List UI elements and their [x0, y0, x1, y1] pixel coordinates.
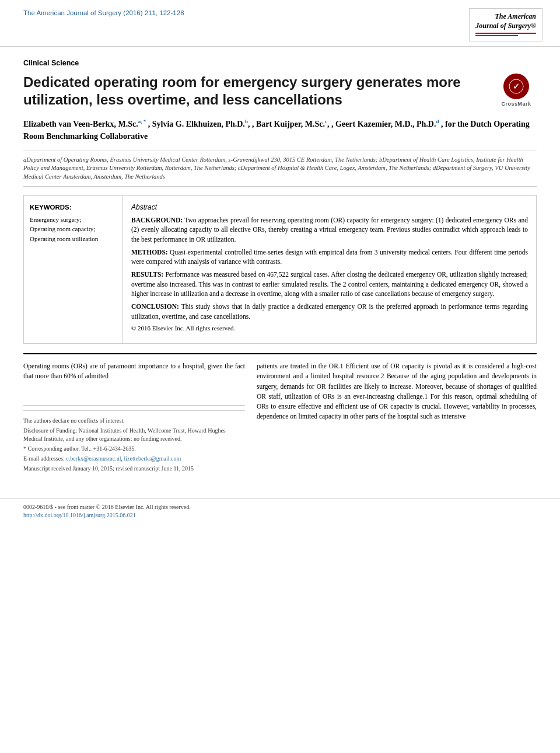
background-text: Two approaches prevail for reserving ope… [131, 217, 528, 243]
abstract-title: Abstract [131, 203, 528, 212]
keywords-abstract-container: KEYWORDS: Emergency surgery; Operating r… [23, 195, 537, 344]
footnotes-area: The authors declare no conflicts of inte… [23, 405, 245, 473]
body-left-paragraph: Operating rooms (ORs) are of paramount i… [23, 361, 245, 382]
crossmark-icon: ✓ [509, 79, 524, 94]
results-label: RESULTS: [131, 271, 163, 278]
methods-label: METHODS: [131, 249, 168, 256]
abstract-column: Abstract BACKGROUND: Two approaches prev… [123, 196, 536, 343]
author-2-name: , Sylvia G. Elkhuizen, Ph.D. [148, 120, 245, 128]
journal-citation-link[interactable]: The American Journal of Surgery (2016) 2… [23, 8, 184, 18]
journal-logo-title: The American Journal of Surgery® [475, 12, 536, 30]
background-label: BACKGROUND: [131, 217, 183, 224]
authors-block: Elizabeth van Veen-Berkx, M.Sc.a, * , Sy… [23, 118, 537, 142]
author-separator-2: , [327, 120, 331, 128]
keywords-column: KEYWORDS: Emergency surgery; Operating r… [24, 196, 123, 343]
page-header: The American Journal of Surgery (2016) 2… [0, 0, 560, 47]
conclusion-label: CONCLUSION: [131, 303, 179, 310]
footnote-manuscript: Manuscript received January 10, 2015; re… [23, 465, 245, 473]
author-4-name: , Geert Kazemier, M.D., Ph.D. [331, 120, 436, 128]
keywords-title: KEYWORDS: [30, 203, 117, 212]
abstract-methods: METHODS: Quasi-experimental controlled t… [131, 247, 528, 267]
abstract-background: BACKGROUND: Two approaches prevail for r… [131, 215, 528, 245]
footnote-funding: Disclosure of Funding: National Institut… [23, 427, 245, 443]
article-title: Dedicated operating room for emergency s… [23, 74, 537, 109]
body-content: Operating rooms (ORs) are of paramount i… [23, 353, 537, 475]
author-1-sup: a, * [138, 118, 146, 124]
section-label: Clinical Science [23, 58, 537, 69]
keyword-1: Emergency surgery; [30, 215, 117, 225]
svg-text:✓: ✓ [513, 82, 520, 91]
crossmark-label: CrossMark [496, 101, 537, 107]
abstract-results: RESULTS: Performance was measured based … [131, 270, 528, 299]
footnote-corresponding: * Corresponding author. Tel.: +31-6-2434… [23, 445, 245, 453]
crossmark-badge[interactable]: ✓ CrossMark [496, 74, 537, 107]
email-2-link[interactable]: lizetteberks@gmail.com [124, 455, 181, 462]
footnote-conflict: The authors declare no conflicts of inte… [23, 417, 245, 425]
abstract-copyright: © 2016 Elsevier Inc. All rights reserved… [131, 324, 528, 333]
footnotes-divider [23, 410, 245, 411]
body-right-column: patients are treated in the OR.1 Efficie… [257, 361, 537, 475]
body-right-paragraph: patients are treated in the OR.1 Efficie… [257, 361, 537, 422]
results-text: Performance was measured based on 467,52… [131, 271, 528, 297]
logo-underlines [475, 33, 536, 36]
issn-notice: 0002-9610/$ - see front matter © 2016 El… [23, 503, 537, 511]
author-4-sup: d [436, 118, 439, 124]
keyword-3: Operating room utilization [30, 234, 117, 244]
methods-text: Quasi-experimental controlled time-serie… [131, 249, 528, 266]
body-left-column: Operating rooms (ORs) are of paramount i… [23, 361, 245, 475]
journal-logo: The American Journal of Surgery® [469, 8, 542, 41]
bottom-bar: 0002-9610/$ - see front matter © 2016 El… [0, 498, 560, 524]
conclusion-text: This study shows that in daily practice … [131, 303, 528, 320]
main-content: Clinical Science Dedicated operating roo… [0, 47, 560, 486]
author-1-name: Elizabeth van Veen-Berkx, M.Sc. [23, 120, 138, 128]
abstract-conclusion: CONCLUSION: This study shows that in dai… [131, 302, 528, 321]
affiliations-block: aDepartment of Operating Rooms, Erasmus … [23, 151, 537, 187]
doi-link[interactable]: http://dx.doi.org/10.1016/j.amjsurg.2015… [23, 512, 136, 518]
author-3-name: , Bart Kuijper, M.Sc. [252, 120, 325, 128]
footnote-email: E-mail addresses: e.berkx@erasmusmc.nl, … [23, 455, 245, 463]
email-label: E-mail addresses: [23, 455, 65, 462]
keyword-2: Operating room capacity; [30, 224, 117, 234]
author-separator-1: , [248, 120, 252, 128]
crossmark-circle: ✓ [503, 74, 529, 99]
email-1-link[interactable]: e.berkx@erasmusmc.nl [66, 455, 121, 462]
